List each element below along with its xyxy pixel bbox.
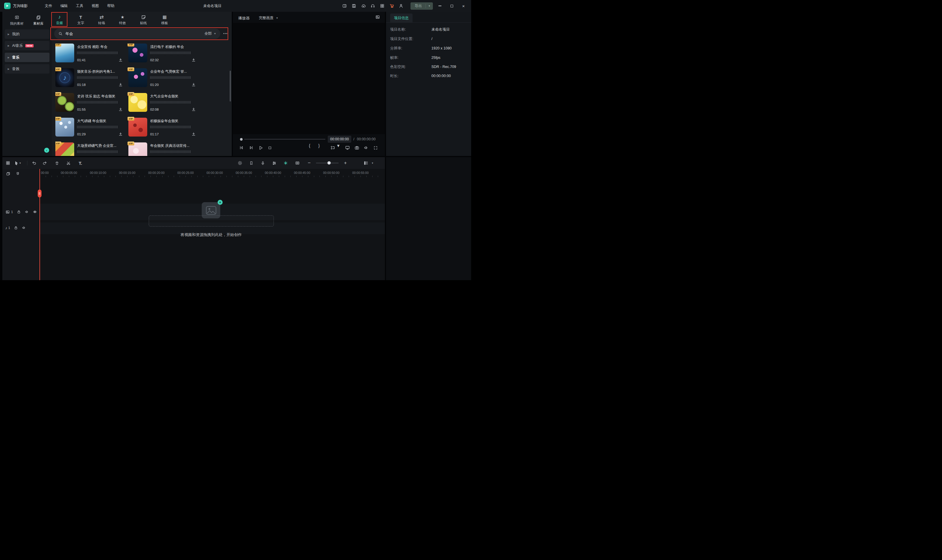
headset-support-icon[interactable] (369, 2, 376, 10)
expand-arrow-icon[interactable]: ▶ (8, 56, 9, 59)
menu-help[interactable]: 帮助 (107, 3, 114, 9)
download-icon[interactable] (119, 83, 122, 86)
pointer-tool-icon[interactable]: ▼ (14, 157, 22, 169)
download-icon[interactable] (192, 83, 196, 86)
tab-my-media[interactable]: 我的素材 (6, 14, 27, 26)
timeline-ruler[interactable]: 00:00 00:00:05:00 00:00:10:00 00:00:15:0… (2, 169, 385, 177)
fullscreen-icon[interactable] (371, 143, 379, 152)
display-output-icon[interactable] (343, 143, 352, 152)
mute-track-icon[interactable] (22, 226, 26, 230)
export-chevron-down-icon[interactable]: ▼ (426, 5, 433, 7)
download-icon[interactable] (192, 132, 196, 136)
music-item[interactable]: VIP 企业年会 气势恢宏 管... 01:20 (128, 68, 196, 87)
auto-ripple-icon[interactable] (293, 157, 302, 169)
expand-arrow-icon[interactable]: ▶ (8, 45, 9, 47)
music-item[interactable]: VIP 大气企业年会颁奖 02:08 (128, 93, 196, 112)
tab-text[interactable]: T 文字 (73, 14, 88, 25)
download-icon[interactable] (119, 108, 122, 111)
marker-icon[interactable] (247, 157, 255, 169)
next-frame-icon[interactable] (247, 143, 255, 152)
tab-templates[interactable]: ▦ 模板 (157, 14, 172, 25)
music-item[interactable]: VIP 积极振奋年会颁奖 01:17 (128, 118, 196, 137)
add-media-plus-icon[interactable]: + (217, 200, 223, 205)
music-item[interactable]: VIP 颁奖音乐-胜利的号角1... 01:18 (56, 68, 123, 87)
close-button[interactable]: × (459, 2, 468, 10)
sidebar-item-ai-music[interactable]: ▶ AI音乐 NEW (5, 41, 49, 50)
chevron-down-icon[interactable]: ▼ (370, 157, 375, 169)
magnet-snap-icon[interactable] (14, 171, 21, 177)
menu-file[interactable]: 文件 (45, 3, 52, 9)
music-item[interactable]: VIP 流行电子 积极的 年会 02:32 (128, 43, 196, 62)
mute-track-icon[interactable] (25, 210, 29, 214)
tab-audio[interactable]: ♪ 音频 (52, 14, 67, 25)
render-preview-icon[interactable] (236, 157, 244, 169)
music-item[interactable]: VIP 企业宣传 精彩 年会 01:41 (56, 43, 123, 62)
quality-dropdown[interactable]: 完整画质 ▼ (259, 15, 278, 21)
delete-icon[interactable] (53, 157, 61, 169)
search-input[interactable]: 年会 全部 ▼ (54, 29, 220, 39)
tab-stock-media[interactable]: 素材库 (28, 14, 49, 26)
scrollbar-thumb[interactable] (230, 71, 231, 102)
mark-out-icon[interactable]: } (318, 143, 327, 152)
voiceover-mic-icon[interactable] (259, 157, 267, 169)
split-scissors-icon[interactable] (64, 157, 72, 169)
seek-handle[interactable] (240, 138, 243, 141)
mark-in-icon[interactable]: { (309, 143, 317, 152)
search-filter-dropdown[interactable]: 全部 ▼ (204, 31, 216, 36)
download-icon[interactable] (192, 58, 196, 62)
zoom-in-icon[interactable]: + (341, 157, 350, 169)
playhead-handle[interactable] (38, 189, 42, 197)
music-item[interactable]: VIP 年会颁奖 庆典活动宣传... (128, 142, 196, 156)
redo-icon[interactable] (41, 157, 49, 169)
lock-icon[interactable] (14, 226, 18, 230)
sidebar-item-mine[interactable]: ▶ 我的 (5, 29, 49, 39)
lock-icon[interactable] (17, 210, 21, 214)
music-item[interactable]: VIP 史诗 弦乐 励志 年会颁奖 01:55 (56, 93, 123, 112)
timeline-drop-zone[interactable] (149, 215, 274, 226)
maximize-button[interactable] (447, 2, 456, 10)
stop-icon[interactable] (265, 143, 274, 152)
crop-ratio-icon[interactable] (328, 143, 337, 152)
menu-edit[interactable]: 编辑 (60, 3, 68, 9)
volume-icon[interactable] (362, 143, 370, 152)
music-item[interactable]: VIP 大气磅礴 年会颁奖 01:29 (56, 118, 123, 137)
account-icon[interactable] (398, 2, 405, 10)
more-options-icon[interactable] (223, 31, 228, 36)
download-icon[interactable] (119, 58, 122, 62)
text-tool-icon[interactable]: T. (76, 157, 85, 169)
app-logo-icon[interactable] (4, 3, 11, 9)
apps-grid-icon[interactable] (379, 2, 386, 10)
expand-arrow-icon[interactable]: ▶ (8, 33, 9, 35)
export-button[interactable]: 导出 ▼ (410, 2, 433, 10)
layout-icon[interactable] (341, 2, 348, 10)
tab-transitions[interactable]: ⇄ 转场 (94, 14, 109, 25)
seek-bar[interactable] (244, 139, 325, 140)
sidebar-item-sound-effects[interactable]: ▶ 音效 (5, 64, 49, 74)
cloud-upload-icon[interactable] (360, 2, 367, 10)
zoom-out-icon[interactable]: − (305, 157, 313, 169)
play-icon[interactable] (256, 143, 265, 152)
menu-view[interactable]: 视图 (92, 3, 99, 9)
music-item[interactable]: VIP 大场景磅礴气势 企业宣... (56, 142, 123, 156)
snapshot-camera-icon[interactable] (353, 143, 361, 152)
tab-stickers[interactable]: 贴纸 (136, 14, 151, 25)
download-icon[interactable] (119, 132, 122, 136)
tab-effects[interactable]: ★ 特效 (115, 14, 130, 25)
zoom-slider-handle[interactable] (327, 161, 331, 165)
chevron-down-icon[interactable]: ▼ (336, 143, 340, 152)
save-icon[interactable] (350, 2, 358, 10)
collapse-sidebar-button[interactable]: ‹ (44, 148, 49, 153)
download-icon[interactable] (192, 108, 196, 111)
duplicate-icon[interactable] (5, 171, 11, 177)
expand-arrow-icon[interactable]: ▶ (8, 68, 9, 70)
minimize-button[interactable] (435, 2, 445, 10)
media-browser-icon[interactable] (4, 157, 12, 169)
tab-project-info[interactable]: 项目信息 (390, 14, 413, 22)
compare-view-icon[interactable] (375, 15, 380, 19)
audio-mixer-icon[interactable] (270, 157, 278, 169)
track-manager-icon[interactable] (362, 157, 370, 169)
cart-icon[interactable] (388, 2, 395, 10)
keyframe-icon[interactable] (282, 157, 290, 169)
menu-tools[interactable]: 工具 (76, 3, 83, 9)
undo-icon[interactable] (30, 157, 38, 169)
